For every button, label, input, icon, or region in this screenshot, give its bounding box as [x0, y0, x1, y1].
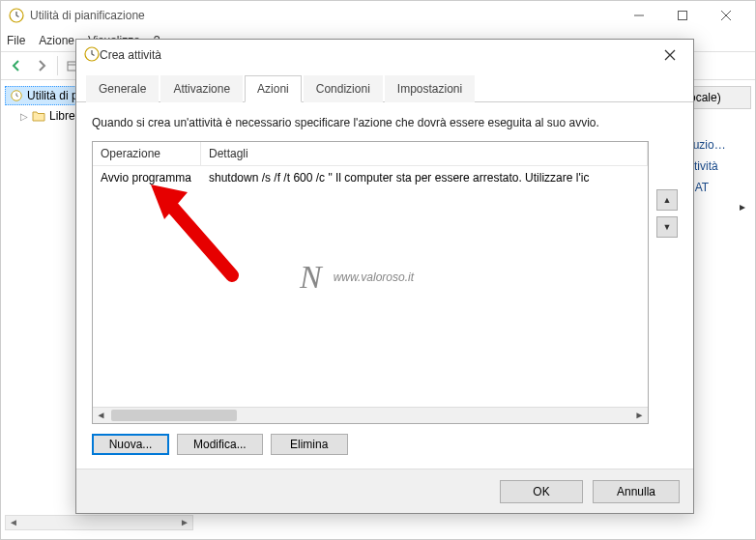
scheduler-icon — [10, 89, 23, 102]
tab-generale[interactable]: Generale — [86, 75, 159, 102]
menu-azione[interactable]: Azione — [39, 34, 74, 47]
menu-file[interactable]: File — [7, 34, 25, 47]
tab-condizioni[interactable]: Condizioni — [304, 75, 383, 102]
close-button[interactable] — [704, 1, 747, 30]
actions-table[interactable]: Operazione Dettagli Avvio programma shut… — [92, 141, 649, 424]
dialog-close-button[interactable] — [654, 40, 685, 71]
minimize-button[interactable] — [617, 1, 660, 30]
scroll-track[interactable] — [239, 408, 631, 423]
cell-operation: Avvio programma — [93, 166, 201, 189]
scroll-left-icon[interactable]: ◄ — [6, 516, 21, 529]
dialog-title: Crea attività — [100, 48, 654, 62]
main-title-bar: Utilità di pianificazione — [1, 1, 755, 30]
scroll-thumb[interactable] — [21, 516, 177, 529]
tree-expand-icon[interactable]: ▷ — [20, 111, 28, 122]
action-buttons-row: Nuova... Modifica... Elimina — [92, 434, 678, 455]
toolbar-separator — [57, 56, 58, 75]
delete-button[interactable]: Elimina — [271, 434, 348, 455]
cell-details: shutdown /s /f /t 600 /c " Il computer s… — [201, 166, 648, 189]
instruction-text: Quando si crea un'attività è necessario … — [92, 116, 678, 129]
scroll-right-icon[interactable]: ► — [177, 516, 192, 529]
forward-button[interactable] — [30, 54, 53, 77]
maximize-button[interactable] — [660, 1, 704, 30]
action-area: Operazione Dettagli Avvio programma shut… — [92, 141, 678, 424]
tab-impostazioni[interactable]: Impostazioni — [385, 75, 475, 102]
col-details[interactable]: Dettagli — [201, 142, 648, 165]
reorder-buttons: ▲ ▼ — [656, 141, 678, 424]
scroll-thumb[interactable] — [111, 410, 237, 421]
create-task-dialog: Crea attività Generale Attivazione Azion… — [75, 39, 694, 514]
table-hscrollbar[interactable]: ◄ ► — [93, 407, 648, 423]
tab-azioni[interactable]: Azioni — [245, 75, 302, 102]
tab-strip: Generale Attivazione Azioni Condizioni I… — [76, 71, 693, 102]
dialog-footer: OK Annulla — [76, 469, 693, 513]
back-button[interactable] — [5, 54, 28, 77]
folder-icon — [32, 109, 45, 123]
table-row[interactable]: Avvio programma shutdown /s /f /t 600 /c… — [93, 166, 648, 189]
new-button[interactable]: Nuova... — [92, 434, 169, 455]
move-up-button[interactable]: ▲ — [656, 189, 678, 211]
window-controls — [617, 1, 747, 30]
dialog-icon — [84, 46, 100, 65]
dialog-title-bar: Crea attività — [76, 40, 693, 71]
scroll-left-icon[interactable]: ◄ — [93, 408, 109, 423]
svg-rect-1 — [678, 12, 686, 20]
table-header: Operazione Dettagli — [93, 142, 648, 166]
tree-hscrollbar[interactable]: ◄ ► — [5, 514, 193, 531]
move-down-button[interactable]: ▼ — [656, 216, 678, 238]
tab-attivazione[interactable]: Attivazione — [160, 75, 243, 102]
main-title: Utilità di pianificazione — [30, 9, 617, 22]
dialog-body: Quando si crea un'attività è necessario … — [76, 102, 693, 469]
scroll-right-icon[interactable]: ► — [631, 408, 648, 423]
edit-button[interactable]: Modifica... — [177, 434, 263, 455]
app-icon — [9, 8, 24, 23]
cancel-button[interactable]: Annulla — [593, 480, 680, 503]
ok-button[interactable]: OK — [500, 480, 583, 503]
col-operation[interactable]: Operazione — [93, 142, 201, 165]
